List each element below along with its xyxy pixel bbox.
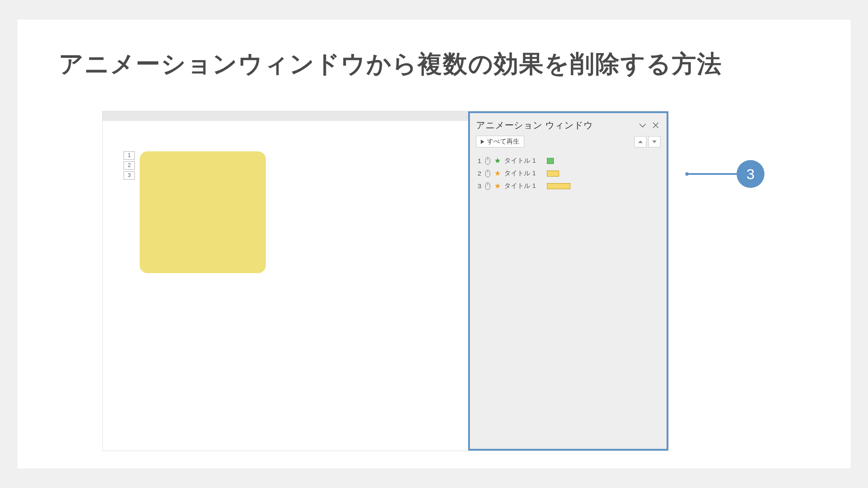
animation-tag[interactable]: 2 bbox=[124, 161, 135, 170]
play-all-button[interactable]: すべて再生 bbox=[476, 136, 524, 147]
animation-item-number: 1 bbox=[476, 157, 481, 164]
chevron-down-icon[interactable] bbox=[638, 121, 647, 130]
slide-shape-rectangle[interactable] bbox=[140, 151, 266, 273]
animation-item-number: 2 bbox=[476, 170, 481, 177]
page-title: アニメーションウィンドウから複数の効果を削除する方法 bbox=[59, 48, 722, 81]
animation-tag[interactable]: 3 bbox=[124, 171, 135, 180]
arrow-down-icon bbox=[652, 140, 657, 143]
duration-bar[interactable] bbox=[547, 183, 570, 189]
mouse-click-icon bbox=[485, 170, 491, 177]
animation-item[interactable]: 2 ★ タイトル 1 bbox=[476, 167, 660, 180]
animation-list: 1 ★ タイトル 1 2 bbox=[470, 152, 667, 195]
mouse-click-icon bbox=[485, 182, 491, 190]
slide-canvas[interactable]: 1 2 3 bbox=[103, 121, 468, 451]
animation-item-label: タイトル 1 bbox=[504, 169, 543, 177]
star-icon: ★ bbox=[494, 182, 501, 190]
star-icon: ★ bbox=[494, 170, 501, 177]
mouse-click-icon bbox=[485, 157, 491, 165]
close-icon[interactable] bbox=[651, 120, 660, 130]
callout-line bbox=[689, 173, 737, 175]
step-number-badge: 3 bbox=[737, 160, 764, 188]
duration-bar[interactable] bbox=[547, 170, 559, 177]
star-icon: ★ bbox=[494, 157, 501, 164]
animation-pane: アニメーション ウィンドウ すべて再生 bbox=[468, 111, 668, 451]
animation-tag[interactable]: 1 bbox=[124, 151, 135, 160]
powerpoint-workspace: 1 2 3 アニメーション ウィンドウ bbox=[102, 111, 669, 451]
animation-item[interactable]: 1 ★ タイトル 1 bbox=[476, 154, 660, 167]
animation-item-label: タイトル 1 bbox=[504, 157, 543, 165]
move-down-button[interactable] bbox=[648, 136, 660, 147]
animation-item-number: 3 bbox=[476, 182, 481, 190]
step-callout: 3 bbox=[685, 160, 764, 188]
duration-bar[interactable] bbox=[547, 158, 554, 164]
animation-pane-title: アニメーション ウィンドウ bbox=[476, 119, 634, 131]
animation-item[interactable]: 3 ★ タイトル 1 bbox=[476, 180, 660, 192]
play-icon bbox=[481, 140, 484, 144]
animation-item-label: タイトル 1 bbox=[504, 182, 543, 190]
callout-dot-icon bbox=[685, 172, 689, 176]
animation-tag-column: 1 2 3 bbox=[124, 151, 135, 180]
play-all-label: すべて再生 bbox=[487, 137, 519, 146]
arrow-up-icon bbox=[638, 140, 643, 143]
move-up-button[interactable] bbox=[634, 136, 647, 147]
